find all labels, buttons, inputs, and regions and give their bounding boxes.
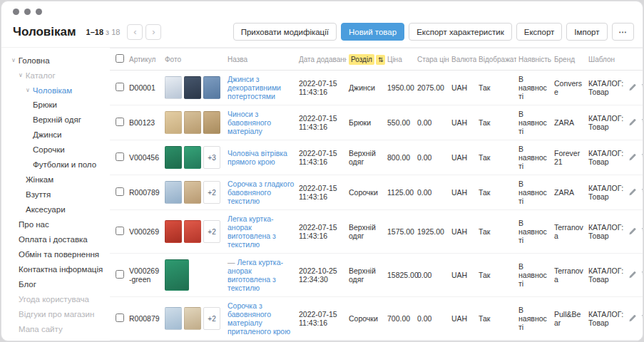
column-header-old_price[interactable]: Стара ціна: [415, 48, 449, 71]
edit-icon[interactable]: [628, 153, 636, 162]
edit-icon[interactable]: [628, 83, 636, 93]
product-thumbnail[interactable]: [165, 307, 182, 330]
sidebar-item-13[interactable]: Обмін та повернення: [9, 247, 108, 262]
sidebar-item-3[interactable]: Брюки: [9, 98, 108, 113]
product-thumbnail[interactable]: [203, 76, 220, 99]
edit-icon[interactable]: [628, 227, 636, 237]
row-checkbox[interactable]: [116, 187, 124, 196]
sidebar-item-11[interactable]: Про нас: [9, 217, 108, 232]
old-price-cell: 0.00: [415, 140, 449, 175]
row-checkbox[interactable]: [116, 83, 124, 91]
row-checkbox[interactable]: [116, 270, 124, 279]
product-thumbnail[interactable]: [184, 181, 201, 204]
product-thumbnail[interactable]: [184, 146, 201, 169]
product-thumbnail[interactable]: [165, 76, 182, 99]
product-thumbnail[interactable]: [184, 76, 201, 99]
sidebar-item-5[interactable]: Джинси: [9, 128, 108, 142]
more-actions-button[interactable]: ⋯: [612, 23, 635, 41]
column-header-stock[interactable]: Наявність: [516, 48, 552, 71]
delete-icon[interactable]: [641, 227, 643, 237]
more-photos-badge[interactable]: +2: [203, 307, 220, 330]
currency-cell: UAH: [449, 140, 476, 175]
row-checkbox[interactable]: [116, 152, 124, 161]
export-attributes-button[interactable]: Експорт характеристик: [409, 23, 512, 41]
prev-page-button[interactable]: ‹: [127, 24, 143, 40]
sidebar-item-18[interactable]: Мапа сайту: [9, 322, 108, 337]
more-photos-badge[interactable]: +2: [203, 220, 220, 243]
sort-icon[interactable]: ⇅: [376, 55, 385, 65]
import-button[interactable]: Імпорт: [566, 23, 607, 41]
sidebar-item-0[interactable]: ∨Головна: [9, 53, 108, 68]
sidebar-item-label: Обмін та повернення: [19, 250, 99, 259]
product-thumbnail[interactable]: [184, 307, 201, 330]
sidebar-item-14[interactable]: Контактна інформація: [9, 262, 108, 277]
column-header-brand[interactable]: Бренд: [552, 48, 586, 71]
more-photos-badge[interactable]: +2: [203, 181, 220, 204]
window-control-dot[interactable]: [24, 9, 31, 15]
hide-modifications-button[interactable]: Приховати модифікації: [233, 23, 337, 41]
edit-icon[interactable]: [628, 314, 636, 323]
select-all-checkbox[interactable]: [116, 54, 124, 63]
row-checkbox[interactable]: [116, 314, 124, 322]
sidebar-item-7[interactable]: Футболки и поло: [9, 157, 108, 172]
column-header-template[interactable]: Шаблон: [586, 48, 626, 71]
article-cell: B000321: [127, 341, 163, 341]
product-thumbnail[interactable]: [184, 111, 201, 134]
edit-icon[interactable]: [628, 188, 636, 197]
old-price-cell: 0.00: [415, 254, 449, 297]
column-header-section[interactable]: Розділ⇅: [347, 48, 385, 71]
delete-icon[interactable]: [641, 152, 643, 162]
sidebar-item-17[interactable]: Відгуки про магазин: [9, 307, 108, 322]
delete-icon[interactable]: [641, 83, 643, 93]
column-header-currency[interactable]: Валюта: [449, 48, 476, 71]
row-checkbox[interactable]: [116, 227, 124, 235]
product-name-link[interactable]: Чоловіча вітрівка прямого крою: [228, 149, 287, 166]
sidebar-item-6[interactable]: Сорочки: [9, 142, 108, 157]
table-row: V000269+2Легка куртка-анорак виготовлена…: [110, 210, 643, 254]
sidebar-item-8[interactable]: Жінкам: [9, 172, 108, 187]
delete-icon[interactable]: [641, 270, 643, 280]
window-control-dot[interactable]: [36, 9, 42, 15]
column-header-photo[interactable]: Фото: [163, 48, 225, 71]
column-header-date[interactable]: Дата додавання: [297, 48, 347, 71]
delete-icon[interactable]: [641, 118, 643, 128]
row-checkbox[interactable]: [116, 118, 124, 126]
product-thumbnail[interactable]: [203, 111, 220, 134]
product-name-link[interactable]: Джинси з декоративними потертостями: [228, 75, 281, 100]
product-thumbnail[interactable]: [165, 146, 182, 169]
edit-icon[interactable]: [628, 271, 636, 280]
sidebar-item-15[interactable]: Блог: [9, 277, 108, 292]
sidebar-item-2[interactable]: ∨Чоловікам: [9, 83, 108, 98]
product-name-link[interactable]: Сорочка з бавовняного матеріалу притален…: [228, 301, 290, 336]
edit-icon[interactable]: [628, 118, 636, 128]
product-thumbnail[interactable]: [184, 220, 201, 243]
product-name-link[interactable]: Сорочка з гладкого бавовняного текстилю: [228, 180, 294, 205]
product-thumbnail[interactable]: [165, 111, 182, 134]
column-header-article[interactable]: Артикул: [127, 48, 163, 71]
sidebar-item-10[interactable]: Аксесуари: [9, 202, 108, 217]
photo-cell: +2: [163, 175, 225, 210]
delete-icon[interactable]: [641, 314, 643, 323]
export-button[interactable]: Експорт: [516, 23, 563, 41]
sidebar-item-4[interactable]: Верхній одяг: [9, 113, 108, 128]
display-cell: Так: [476, 341, 516, 341]
brand-cell: [552, 341, 586, 341]
product-thumbnail[interactable]: [165, 181, 182, 204]
window-control-dot[interactable]: [13, 9, 19, 15]
sidebar-item-1[interactable]: ∨Каталог: [9, 68, 108, 83]
product-name-link[interactable]: Чиноси з бавовняного матеріалу: [228, 110, 271, 135]
product-name-link[interactable]: Легка куртка-анорак виготовлена з тексти…: [228, 214, 276, 249]
new-product-button[interactable]: Новий товар: [341, 23, 404, 41]
sidebar-item-12[interactable]: Оплата і доставка: [9, 232, 108, 247]
product-thumbnail[interactable]: [165, 220, 182, 243]
product-thumbnail[interactable]: [165, 259, 189, 291]
column-header-display[interactable]: Відображати: [476, 48, 516, 71]
sidebar-item-9[interactable]: Взуття: [9, 187, 108, 202]
stock-cell: В наявності: [516, 175, 552, 210]
more-photos-badge[interactable]: +3: [203, 146, 220, 169]
next-page-button[interactable]: ›: [145, 24, 161, 40]
sidebar-item-16[interactable]: Угода користувача: [9, 292, 108, 307]
column-header-name[interactable]: Назва: [225, 48, 297, 71]
delete-icon[interactable]: [641, 187, 643, 197]
column-header-price[interactable]: Ціна: [385, 48, 415, 71]
